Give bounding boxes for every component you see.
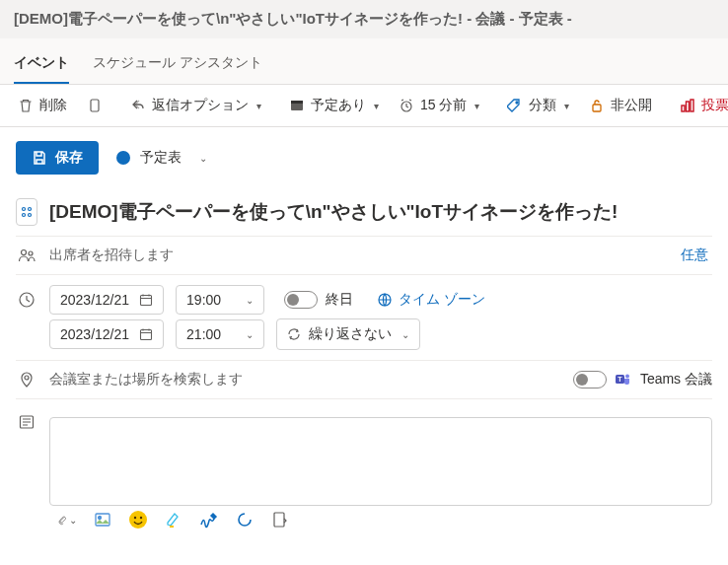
tab-event[interactable]: イベント bbox=[14, 48, 69, 84]
busy-icon bbox=[289, 98, 305, 113]
svg-point-13 bbox=[22, 250, 27, 255]
calendar-selector[interactable]: 予定表 ⌄ bbox=[116, 149, 207, 167]
duplicate-icon bbox=[87, 98, 103, 113]
teams-meeting-block: T Teams 会議 bbox=[573, 371, 712, 388]
svg-point-14 bbox=[29, 251, 33, 255]
emoji-button[interactable] bbox=[128, 510, 148, 530]
template-button[interactable] bbox=[270, 510, 290, 530]
optional-attendees-link[interactable]: 任意 bbox=[681, 247, 712, 264]
end-date-value: 2023/12/21 bbox=[60, 326, 129, 342]
location-input[interactable]: 会議室または場所を検索します bbox=[49, 371, 561, 388]
signature-button[interactable] bbox=[199, 510, 219, 530]
timezone-link[interactable]: タイム ゾーン bbox=[377, 291, 485, 309]
location-row: 会議室または場所を検索します T Teams 会議 bbox=[16, 360, 712, 399]
reply-icon bbox=[130, 98, 146, 113]
end-time-picker[interactable]: 21:00 ⌄ bbox=[176, 319, 264, 349]
show-as-label: 予定あり bbox=[311, 97, 366, 114]
duplicate-button[interactable] bbox=[77, 92, 112, 119]
svg-point-11 bbox=[23, 214, 26, 217]
picture-button[interactable] bbox=[93, 510, 112, 530]
svg-point-10 bbox=[29, 208, 32, 211]
highlighter-button[interactable] bbox=[164, 510, 183, 530]
reminder-button[interactable]: 15 分前 ▾ bbox=[389, 91, 489, 120]
reply-options-button[interactable]: 返信オプション ▾ bbox=[120, 91, 271, 120]
body-row bbox=[16, 399, 712, 506]
poll-icon bbox=[680, 98, 695, 113]
svg-rect-8 bbox=[691, 100, 693, 111]
delete-label: 削除 bbox=[39, 97, 67, 114]
window-title: [DEMO]電子ペーパーを使って\n"やさしい"IoTサイネージを作った! - … bbox=[0, 0, 728, 38]
calendar-name: 予定表 bbox=[140, 149, 182, 167]
toolbar: 削除 返信オプション ▾ 予定あり ▾ 15 分前 ▾ bbox=[0, 85, 728, 127]
teams-toggle[interactable] bbox=[573, 371, 607, 388]
repeat-label: 繰り返さない bbox=[309, 325, 392, 343]
end-datetime-row: 2023/12/21 21:00 ⌄ 繰り返さない ⌄ bbox=[16, 318, 712, 360]
svg-rect-18 bbox=[141, 330, 152, 340]
reminder-label: 15 分前 bbox=[420, 97, 467, 114]
timezone-label: タイム ゾーン bbox=[399, 291, 485, 309]
save-button[interactable]: 保存 bbox=[16, 141, 99, 175]
body-icon bbox=[16, 413, 37, 431]
svg-point-12 bbox=[29, 214, 32, 217]
svg-point-9 bbox=[23, 208, 26, 211]
body-editor[interactable] bbox=[49, 417, 712, 506]
categorize-button[interactable]: 分類 ▾ bbox=[497, 91, 579, 120]
svg-point-19 bbox=[25, 376, 29, 380]
start-date-picker[interactable]: 2023/12/21 bbox=[49, 285, 164, 315]
svg-point-22 bbox=[625, 375, 629, 379]
calendar-icon bbox=[139, 293, 153, 307]
calendar-color-dot bbox=[116, 151, 130, 165]
svg-point-25 bbox=[99, 517, 102, 520]
repeat-picker[interactable]: 繰り返さない ⌄ bbox=[276, 318, 420, 350]
chevron-down-icon: ⌄ bbox=[246, 295, 254, 306]
location-icon bbox=[16, 371, 37, 388]
globe-icon bbox=[377, 292, 393, 308]
svg-rect-16 bbox=[141, 296, 152, 306]
allday-toggle[interactable] bbox=[284, 291, 318, 309]
repeat-icon bbox=[287, 327, 301, 341]
end-time-value: 21:00 bbox=[186, 326, 221, 342]
poll-label: 投票 bbox=[701, 97, 728, 114]
svg-rect-6 bbox=[682, 106, 685, 111]
svg-point-4 bbox=[516, 102, 518, 104]
start-time-picker[interactable]: 19:00 ⌄ bbox=[176, 285, 264, 315]
loop-button[interactable] bbox=[235, 510, 255, 530]
start-time-value: 19:00 bbox=[186, 292, 221, 308]
private-button[interactable]: 非公開 bbox=[579, 91, 662, 120]
end-date-picker[interactable]: 2023/12/21 bbox=[49, 319, 164, 349]
subject-icon bbox=[16, 198, 37, 226]
subject-input[interactable] bbox=[49, 201, 712, 223]
categorize-label: 分類 bbox=[529, 97, 556, 114]
tab-scheduling-assistant[interactable]: スケジュール アシスタント bbox=[93, 48, 262, 84]
chevron-down-icon: ▾ bbox=[564, 101, 569, 111]
chevron-down-icon: ▾ bbox=[256, 101, 261, 111]
chevron-down-icon: ⌄ bbox=[401, 329, 409, 340]
save-icon bbox=[32, 150, 47, 166]
save-row: 保存 予定表 ⌄ bbox=[0, 127, 728, 188]
tabs-strip: イベント スケジュール アシスタント bbox=[0, 38, 728, 85]
svg-point-27 bbox=[134, 517, 136, 519]
tag-icon bbox=[507, 98, 523, 113]
allday-block: 終日 bbox=[284, 291, 353, 309]
chevron-down-icon: ▾ bbox=[474, 101, 479, 111]
format-toolbar: ⌄ bbox=[49, 506, 712, 531]
chevron-down-icon: ⌄ bbox=[199, 153, 207, 164]
show-as-button[interactable]: 予定あり ▾ bbox=[279, 91, 389, 120]
svg-rect-0 bbox=[91, 100, 99, 111]
attach-button[interactable]: ⌄ bbox=[57, 510, 77, 530]
svg-point-26 bbox=[129, 511, 147, 529]
svg-text:T: T bbox=[618, 376, 622, 383]
trash-icon bbox=[18, 98, 34, 113]
allday-label: 終日 bbox=[326, 291, 353, 309]
chevron-down-icon: ⌄ bbox=[246, 329, 254, 340]
svg-rect-7 bbox=[687, 102, 690, 111]
svg-rect-5 bbox=[593, 105, 601, 111]
calendar-icon bbox=[139, 327, 153, 341]
delete-button[interactable]: 削除 bbox=[8, 91, 77, 120]
save-label: 保存 bbox=[55, 149, 83, 167]
svg-rect-2 bbox=[291, 101, 303, 104]
chevron-down-icon: ▾ bbox=[374, 101, 379, 111]
attendees-input[interactable]: 出席者を招待します bbox=[49, 247, 669, 264]
svg-rect-24 bbox=[96, 514, 109, 526]
poll-button[interactable]: 投票 bbox=[670, 91, 728, 120]
